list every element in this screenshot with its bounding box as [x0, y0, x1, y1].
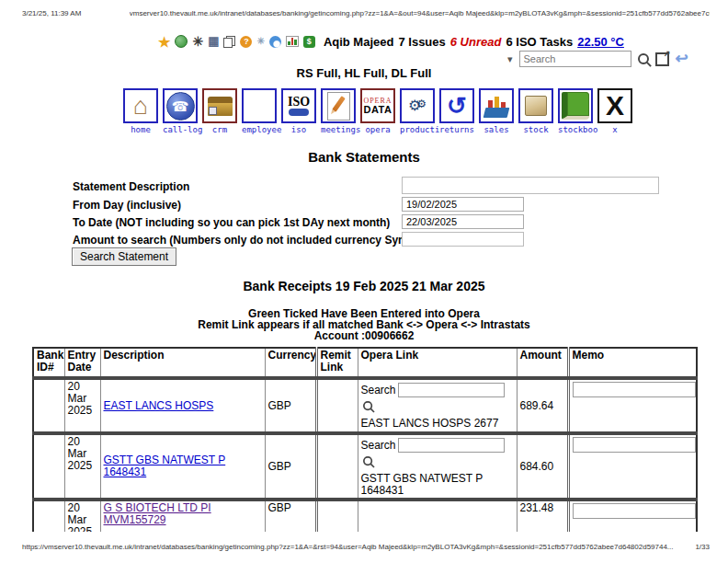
nav-item-home[interactable]: ⌂ home: [123, 88, 158, 134]
sparkle-icon[interactable]: ✳: [256, 37, 264, 46]
user-name: Aqib Majeed: [324, 35, 394, 49]
temperature-link[interactable]: 22.50 °C: [577, 35, 624, 49]
entry-date-cell: 20 Mar 2025: [64, 378, 100, 433]
iso-logo-icon: ISO: [288, 96, 310, 116]
nav-label: returns: [439, 125, 474, 134]
remit-link-cell: [316, 500, 358, 532]
memo-input[interactable]: [573, 503, 696, 519]
printed-page: 3/21/25, 11:39 AM vmserver10.thevault.me…: [0, 0, 728, 563]
opera-search-label: Search: [361, 440, 396, 452]
nav-label: stockboo: [558, 125, 593, 134]
bank-id-cell: [33, 433, 64, 500]
nav-icon-row: ⌂ home ☎ call-log crm employee ISO: [123, 88, 632, 134]
nav-item-call-log[interactable]: ☎ call-log: [163, 88, 198, 134]
opera-match-text: EAST LANCS HOSPS 2677: [361, 418, 514, 430]
receipts-table: Bank ID# Entry Date Description Currency…: [32, 347, 698, 532]
description-cell: EAST LANCS HOSPS: [100, 378, 265, 433]
nav-item-production[interactable]: ⚙⚙ producti: [400, 88, 435, 134]
nav-item-stockbook[interactable]: stockboo: [558, 88, 593, 134]
col-currency: Currency: [265, 348, 316, 378]
help-icon[interactable]: ?: [240, 36, 252, 48]
opera-link-cell: Search EAST LANCS HOSPS 2677: [358, 378, 517, 433]
opera-match-text: GSTT GBS NATWEST P 1648431: [361, 473, 514, 497]
nav-item-opera[interactable]: OPERA DATA opera: [360, 88, 395, 134]
nav-label: meetings: [321, 125, 356, 134]
magnifier-icon[interactable]: [363, 401, 372, 410]
col-entry-date: Entry Date: [64, 348, 100, 378]
table-header-row: Bank ID# Entry Date Description Currency…: [33, 348, 697, 378]
favourite-star-icon[interactable]: ★: [158, 36, 170, 48]
amount-cell: 231.48: [517, 500, 568, 532]
book-icon: [562, 92, 589, 120]
nav-label: iso: [281, 125, 316, 134]
col-remit-link: Remit Link: [316, 348, 358, 378]
search-statement-button[interactable]: Search Statement: [72, 247, 176, 266]
spreadsheet-icon[interactable]: ▦: [208, 36, 219, 47]
currency-cell: GBP: [265, 378, 316, 433]
table-row: 20 Mar 2025 EAST LANCS HOSPS GBP Search …: [33, 378, 697, 433]
entry-date-cell: 20 Mar 2025: [64, 500, 100, 532]
memo-cell: [568, 433, 697, 500]
weather-icon[interactable]: [269, 36, 281, 48]
description-link[interactable]: GSTT GBS NATWEST P 1648431: [104, 454, 226, 478]
money-icon[interactable]: $: [303, 36, 315, 48]
receipts-title: Bank Receipts 19 Feb 2025 21 Mar 2025: [0, 279, 728, 293]
opera-search-input[interactable]: [398, 383, 505, 397]
amount-cell: 689.64: [517, 378, 568, 433]
nav-label: opera: [360, 125, 395, 134]
nav-item-meetings[interactable]: meetings: [321, 88, 356, 134]
nav-item-crm[interactable]: crm: [202, 88, 237, 134]
to-date-input[interactable]: [402, 214, 524, 229]
nav-item-returns[interactable]: ↺ returns: [439, 88, 474, 134]
external-link-icon[interactable]: ↗: [655, 52, 669, 66]
copy-icon[interactable]: [223, 36, 235, 48]
settings-gear-icon[interactable]: ✳: [192, 36, 203, 47]
unread-count: 6 Unread: [450, 35, 502, 49]
back-arrow-icon[interactable]: ↩: [676, 52, 688, 65]
nav-label: crm: [202, 125, 237, 134]
opera-search-input[interactable]: [398, 438, 505, 453]
phone-icon: ☎: [166, 92, 195, 121]
remit-link-cell: [316, 378, 358, 433]
magnifier-icon[interactable]: [363, 456, 372, 465]
col-bank-id: Bank ID#: [33, 348, 64, 378]
nav-item-x[interactable]: X x: [597, 88, 632, 134]
nav-label: producti: [400, 125, 435, 134]
nav-item-sales[interactable]: sales: [479, 88, 514, 134]
pencil-note-icon: [327, 92, 350, 121]
nav-label: employee: [242, 125, 277, 134]
description-link[interactable]: G S BIOTECH LTD PI MVM155729: [104, 501, 211, 526]
table-row: 20 Mar 2025 GSTT GBS NATWEST P 1648431 G…: [33, 433, 697, 500]
home-icon: ⌂: [133, 94, 148, 118]
opera-link-cell: [358, 500, 517, 532]
iso-tasks-count: 6 ISO Tasks: [506, 35, 573, 49]
nav-item-stock[interactable]: stock: [518, 88, 553, 134]
memo-input[interactable]: [573, 437, 696, 453]
search-icon[interactable]: [638, 53, 649, 64]
memo-input[interactable]: [573, 382, 696, 397]
page-title: Bank Statements: [0, 149, 728, 165]
x-icon: X: [606, 92, 624, 120]
table-row: 20 Mar 2025 G S BIOTECH LTD PI MVM155729…: [33, 500, 697, 532]
description-link[interactable]: EAST LANCS HOSPS: [104, 399, 214, 412]
col-memo: Memo: [568, 348, 697, 378]
entry-date-cell: 20 Mar 2025: [64, 433, 100, 500]
from-day-input[interactable]: [402, 197, 524, 212]
bank-id-cell: [33, 500, 64, 532]
opera-link-cell: Search GSTT GBS NATWEST P 1648431: [358, 433, 517, 500]
gears-icon: ⚙⚙: [408, 98, 427, 113]
globe-icon[interactable]: [175, 35, 188, 48]
nav-item-iso[interactable]: ISO iso: [281, 88, 316, 134]
search-input[interactable]: [519, 51, 631, 67]
treasure-chest-icon: [208, 97, 233, 116]
nav-label: stock: [518, 125, 553, 134]
chart-icon[interactable]: [286, 36, 299, 47]
nav-item-employee[interactable]: employee: [242, 88, 277, 134]
chevron-down-icon[interactable]: ▾: [507, 53, 513, 65]
print-url: vmserver10.thevault.me.uk/intranet/datab…: [130, 9, 710, 17]
remit-link-cell: [316, 433, 358, 500]
statement-description-input[interactable]: [402, 177, 659, 194]
amount-search-input[interactable]: [402, 232, 524, 247]
currency-cell: GBP: [265, 433, 316, 500]
sales-chart-icon: [483, 95, 509, 118]
